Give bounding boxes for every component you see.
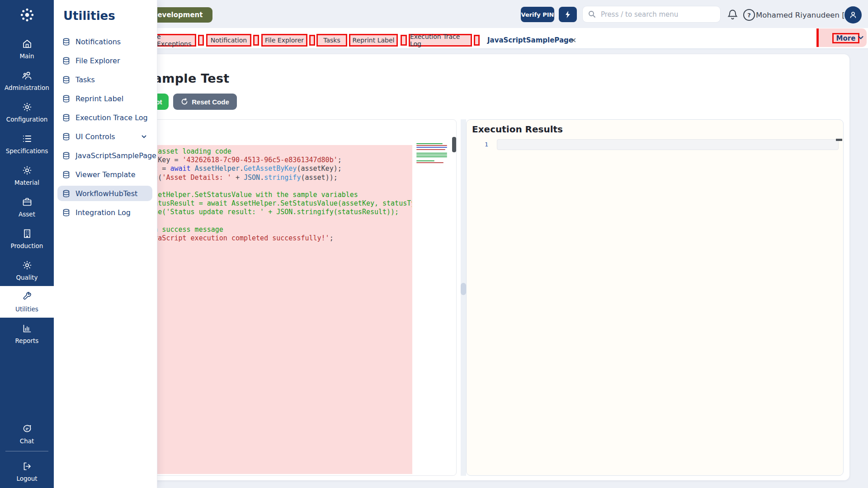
tab-tasks[interactable]: Tasks (316, 34, 347, 47)
menu-item-label: Tasks (75, 75, 95, 84)
sidebar-item-material[interactable]: Material (0, 160, 54, 191)
wrench-icon (22, 291, 33, 302)
results-line-1[interactable] (497, 139, 839, 150)
sidebar-item-administration[interactable]: Administration (0, 65, 54, 96)
quick-actions-button[interactable] (559, 7, 577, 22)
chat-icon (22, 423, 33, 434)
menu-item-javascriptsamplepage[interactable]: JavaScriptSamplePage (57, 148, 152, 163)
sidebar-item-asset[interactable]: Asset (0, 191, 54, 223)
execution-results-title: Execution Results (472, 124, 563, 135)
search-input[interactable] (600, 10, 715, 19)
menu-item-label: Integration Log (75, 208, 131, 217)
sidebar-item-label: Production (11, 242, 43, 249)
tab-reprint-label-close-icon[interactable] (401, 35, 407, 46)
more-label: More (832, 33, 859, 43)
tab-exceptions[interactable]: e Exceptions (156, 34, 196, 47)
app-window: Development Verify PIN ? Mohamed Riyanud… (0, 0, 868, 488)
code-line (113, 217, 412, 225)
sidebar-nav: Main Administration Configuration Specif… (0, 0, 54, 488)
tab-reprint-label[interactable]: Reprint Label (349, 34, 398, 47)
editor-minimap[interactable] (416, 143, 448, 166)
sidebar-item-label: Utilities (15, 305, 38, 313)
execution-results-panel: Execution Results 1 (466, 119, 844, 476)
tab-javascriptsamplepage-close-icon[interactable]: × (571, 36, 576, 44)
database-icon (62, 57, 70, 65)
code-line: // Example asset loading code (113, 147, 412, 156)
reset-code-label: Reset Code (192, 98, 229, 106)
panel-splitter-handle[interactable] (461, 283, 466, 295)
code-editor-content[interactable]: // Example asset loading codeconst asset… (113, 147, 412, 256)
tab-file-explorer-close-icon[interactable] (309, 35, 315, 46)
menu-item-workflowhubtest[interactable]: WorkflowHubTest (57, 186, 152, 201)
sidebar-item-specifications[interactable]: Specifications (0, 128, 54, 160)
menu-item-label: Viewer Template (75, 170, 135, 179)
sidebar-item-chat[interactable]: Chat (0, 418, 54, 450)
more-tabs-button[interactable]: More (816, 28, 867, 47)
code-line: const assetKey = '43262618-7c90-4513-96c… (113, 156, 412, 164)
tab-exceptions-close-icon[interactable] (198, 35, 204, 46)
results-scrollbar-thumb[interactable] (836, 139, 842, 141)
editor-scrollbar-thumb[interactable] (452, 137, 456, 152)
building-icon (22, 228, 33, 239)
sidebar-item-label: Configuration (6, 116, 48, 123)
sidebar-item-configuration[interactable]: Configuration (0, 96, 54, 128)
gear-icon (22, 102, 33, 113)
menu-item-notifications[interactable]: Notifications (57, 34, 152, 49)
reset-code-button[interactable]: Reset Code (173, 94, 237, 110)
menu-item-integration-log[interactable]: Integration Log (57, 205, 152, 220)
refresh-icon (181, 98, 188, 105)
code-line: // WriteLine('Status update result: ' + … (113, 208, 412, 216)
home-icon (22, 38, 33, 49)
gear-icon (22, 260, 33, 271)
tab-notification[interactable]: Notification (206, 34, 251, 47)
help-icon[interactable]: ? (743, 9, 755, 21)
users-icon (22, 70, 33, 81)
sidebar-item-logout[interactable]: Logout (0, 455, 54, 487)
lightning-icon (564, 10, 571, 19)
menu-item-ui-controls[interactable]: UI Controls (57, 129, 152, 144)
chevron-down-icon (141, 134, 147, 140)
app-logo (18, 6, 36, 24)
code-line: // Return a success message (113, 225, 412, 234)
tab-notification-close-icon[interactable] (253, 35, 259, 46)
chevron-down-icon (858, 34, 864, 41)
verify-pin-button[interactable]: Verify PIN (521, 7, 554, 22)
results-line-number: 1 (485, 141, 488, 148)
briefcase-icon (22, 197, 33, 207)
tab-file-explorer[interactable]: File Explorer (261, 34, 307, 47)
menu-item-file-explorer[interactable]: File Explorer (57, 53, 152, 68)
code-line: console.log('Asset Details: ' + JSON.str… (113, 174, 412, 182)
sidebar-item-label: Administration (5, 84, 49, 91)
flyout-title: Utilities (63, 9, 115, 23)
bar-chart-icon (22, 323, 33, 334)
menu-item-label: Reprint Label (75, 94, 123, 103)
menu-item-execution-trace-log[interactable]: Execution Trace Log (57, 110, 152, 125)
search-icon (588, 10, 596, 18)
code-line: const asset = await AssetHelper.GetAsset… (113, 164, 412, 173)
menu-item-label: WorkflowHubTest (75, 189, 137, 198)
database-icon (62, 190, 70, 197)
database-icon (62, 76, 70, 84)
tab-execution-trace-log[interactable]: Execution Trace Log (409, 34, 472, 47)
gear-icon (22, 165, 33, 176)
database-icon (62, 171, 70, 178)
tab-execution-trace-log-close-icon[interactable] (474, 35, 480, 46)
global-search[interactable] (582, 6, 721, 23)
database-icon (62, 114, 70, 122)
sidebar-item-main[interactable]: Main (0, 33, 54, 65)
menu-item-label: Notifications (75, 38, 121, 46)
menu-item-label: File Explorer (75, 56, 120, 65)
sidebar-item-quality[interactable]: Quality (0, 254, 54, 286)
sidebar-item-utilities[interactable]: Utilities (0, 286, 54, 318)
menu-item-label: Execution Trace Log (75, 113, 148, 122)
sidebar-item-reports[interactable]: Reports (0, 318, 54, 349)
panel-splitter-track (461, 119, 466, 476)
menu-item-tasks[interactable]: Tasks (57, 72, 152, 87)
database-icon (62, 209, 70, 216)
notifications-bell-icon[interactable] (727, 9, 738, 21)
menu-item-viewer-template[interactable]: Viewer Template (57, 167, 152, 182)
sidebar-item-production[interactable]: Production (0, 223, 54, 254)
menu-item-reprint-label[interactable]: Reprint Label (57, 91, 152, 106)
avatar[interactable] (844, 6, 862, 23)
tab-javascriptsamplepage[interactable]: JavaScriptSamplePage (487, 36, 573, 44)
